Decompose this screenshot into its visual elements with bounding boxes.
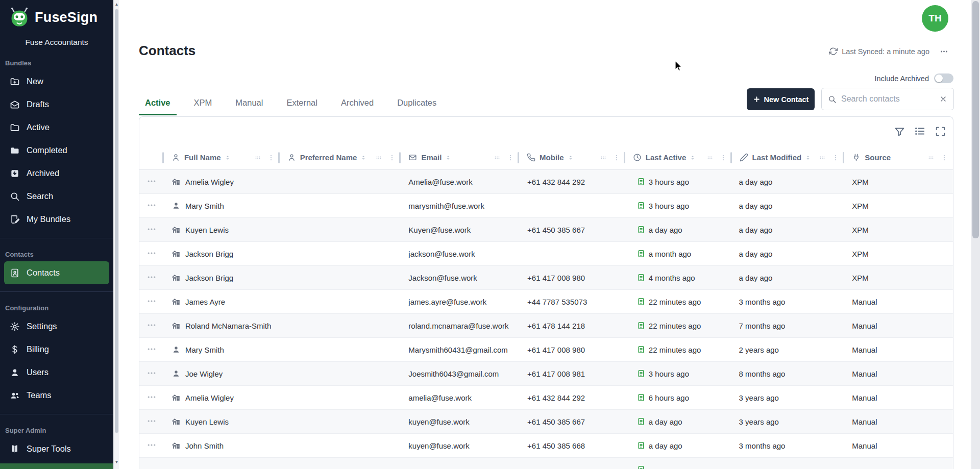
table-row[interactable]: Joe WigleyJoesmith6043@gmail.com+61 417 … — [139, 362, 953, 386]
table-row[interactable]: John Smithkuyen@fuse.work+61 450 385 668… — [139, 434, 953, 458]
person-filled-icon — [172, 201, 181, 210]
cell-email: kuyen@fuse.work — [401, 434, 519, 457]
column-header-email: Email — [401, 145, 519, 169]
sidebar-scrollbar[interactable]: ▲ ▼ — [113, 0, 119, 469]
cell-mobile — [519, 242, 625, 265]
column-menu-icon[interactable] — [720, 154, 727, 162]
column-list-button[interactable] — [914, 126, 925, 137]
sidebar-item-archived[interactable]: Archived — [4, 162, 109, 185]
drag-handle-icon[interactable] — [706, 154, 714, 161]
filter-button[interactable] — [894, 126, 905, 137]
cell-mobile: +61 417 008 980 — [519, 338, 625, 361]
table-row-partial[interactable] — [139, 458, 953, 469]
column-menu-icon[interactable] — [613, 154, 620, 162]
sidebar-item-teams[interactable]: Teams — [4, 384, 109, 407]
sort-icon[interactable] — [567, 154, 574, 161]
drag-handle-icon[interactable] — [494, 154, 501, 161]
row-actions-button[interactable] — [145, 368, 158, 379]
cell-full-name: Mary Smith — [164, 194, 280, 217]
table-row[interactable]: Jackson BriggJackson@fuse.work+61 417 00… — [139, 266, 953, 290]
drag-handle-icon[interactable] — [819, 154, 826, 161]
sidebar-item-settings[interactable]: Settings — [4, 315, 109, 338]
row-actions-button[interactable] — [145, 177, 158, 187]
page-scrollbar-thumb[interactable] — [972, 1, 979, 238]
tab-archived[interactable]: Archived — [335, 96, 380, 115]
clock-icon — [633, 153, 642, 162]
column-menu-icon[interactable] — [267, 154, 275, 162]
sort-icon[interactable] — [224, 154, 231, 161]
row-actions-button[interactable] — [145, 440, 158, 451]
contacts-table-card: Full NamePreferred NameEmailMobileLast A… — [139, 116, 953, 469]
sidebar-item-completed[interactable]: Completed — [4, 139, 109, 162]
sidebar-item-search[interactable]: Search — [4, 185, 109, 208]
tab-manual[interactable]: Manual — [229, 96, 269, 115]
row-actions-button[interactable] — [145, 416, 158, 427]
clear-search-icon[interactable] — [939, 95, 947, 104]
row-actions-button[interactable] — [145, 344, 158, 355]
table-row[interactable]: James Ayrejames.ayre@fuse.work+44 7787 5… — [139, 290, 953, 314]
cell-last-active: a day ago — [625, 410, 732, 433]
sidebar: FuseSign Fuse Accountants BundlesNewDraf… — [0, 0, 113, 469]
page-scrollbar[interactable] — [971, 0, 980, 469]
table-row[interactable]: Amelia Wigleyamelia@fuse.work+61 432 844… — [139, 386, 953, 410]
column-menu-icon[interactable] — [388, 154, 396, 162]
sort-icon[interactable] — [360, 154, 367, 161]
column-menu-icon[interactable] — [941, 154, 948, 162]
tab-external[interactable]: External — [280, 96, 324, 115]
document-green-icon — [637, 201, 645, 210]
sidebar-item-contacts[interactable]: Contacts — [4, 261, 109, 284]
avatar[interactable]: TH — [922, 5, 948, 32]
cell-source: Manual — [844, 386, 953, 409]
drag-handle-icon[interactable] — [254, 154, 261, 161]
sidebar-item-users[interactable]: Users — [4, 361, 109, 384]
sort-icon[interactable] — [445, 154, 452, 161]
column-menu-icon[interactable] — [507, 154, 514, 162]
search-icon — [10, 191, 20, 202]
fullscreen-button[interactable] — [935, 126, 946, 137]
row-actions-button[interactable] — [145, 320, 158, 331]
sort-icon[interactable] — [689, 154, 696, 161]
sidebar-item-new[interactable]: New — [4, 70, 109, 93]
row-actions-button[interactable] — [145, 273, 158, 283]
tab-duplicates[interactable]: Duplicates — [391, 96, 443, 115]
sidebar-item-super-tools[interactable]: Super Tools — [4, 437, 109, 460]
table-row[interactable]: Roland McNamara-Smithroland.mcnamara@fus… — [139, 314, 953, 338]
scroll-up-icon[interactable]: ▲ — [114, 2, 119, 7]
cell-mobile — [519, 458, 625, 469]
row-actions-button[interactable] — [145, 392, 158, 403]
table-row[interactable]: Mary SmithMarysmith60431@gmail.com+61 41… — [139, 338, 953, 362]
cell-preferred-name — [280, 266, 401, 289]
table-row[interactable]: Jackson Briggjackson@fuse.worka month ag… — [139, 242, 953, 266]
include-archived-toggle[interactable] — [934, 73, 953, 83]
organisation-icon — [172, 225, 181, 234]
row-actions-button[interactable] — [145, 201, 158, 211]
column-menu-icon[interactable] — [832, 154, 839, 162]
sidebar-scrollbar-thumb[interactable] — [115, 9, 118, 433]
row-actions-button[interactable] — [145, 249, 158, 259]
tab-xpm[interactable]: XPM — [188, 96, 218, 115]
app-logo[interactable]: FuseSign — [0, 0, 113, 30]
table-row[interactable]: Kuyen LewisKuyen@fuse.work+61 450 385 66… — [139, 218, 953, 242]
more-menu-icon[interactable] — [940, 47, 948, 56]
table-row[interactable]: Kuyen Lewiskuyen@fuse.work+61 450 385 66… — [139, 410, 953, 434]
cell-email: Amelia@fuse.work — [401, 170, 519, 193]
search-input[interactable] — [841, 94, 934, 104]
cell-full-name: Amelia Wigley — [164, 170, 280, 193]
drag-handle-icon[interactable] — [375, 154, 382, 161]
row-actions-button[interactable] — [145, 297, 158, 307]
row-actions-button[interactable] — [145, 225, 158, 235]
table-row[interactable]: Mary Smithmarysmith@fuse.work3 hours ago… — [139, 194, 953, 218]
drag-handle-icon[interactable] — [927, 154, 935, 161]
refresh-icon[interactable] — [829, 47, 838, 56]
table-row[interactable]: Amelia WigleyAmelia@fuse.work+61 432 844… — [139, 170, 953, 194]
sidebar-item-active[interactable]: Active — [4, 116, 109, 139]
sidebar-item-drafts[interactable]: Drafts — [4, 93, 109, 116]
scroll-down-icon[interactable]: ▼ — [114, 460, 119, 464]
sidebar-item-billing[interactable]: Billing — [4, 338, 109, 361]
drag-handle-icon[interactable] — [600, 154, 607, 161]
sidebar-item-my-bundles[interactable]: My Bundles — [4, 208, 109, 231]
cell-preferred-name — [280, 338, 401, 361]
tab-active[interactable]: Active — [139, 96, 177, 115]
new-contact-button[interactable]: New Contact — [747, 88, 815, 110]
sort-icon[interactable] — [804, 154, 812, 161]
